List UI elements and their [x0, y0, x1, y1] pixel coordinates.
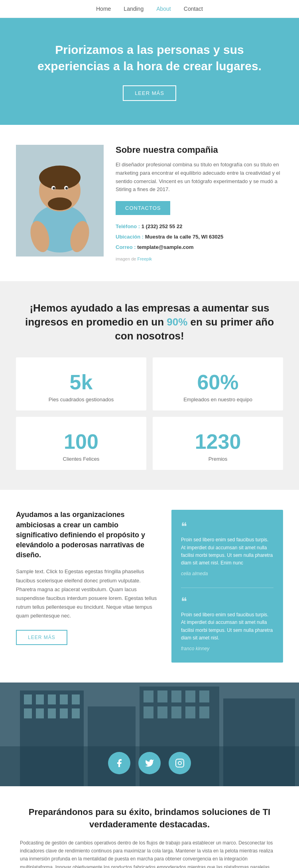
phone-line: Teléfono : 1 (232) 252 55 22	[116, 221, 283, 232]
contact-info: Teléfono : 1 (232) 252 55 22 Ubicación :…	[116, 221, 283, 253]
stat-card-2: 100 Clientes Felices	[16, 417, 146, 470]
stat-number-1: 60%	[161, 372, 275, 393]
stats-headline: ¡Hemos ayudado a las empresas a aumentar…	[16, 301, 283, 343]
testimonial-divider	[181, 588, 273, 588]
facebook-icon[interactable]	[108, 752, 130, 774]
svg-rect-33	[157, 706, 167, 718]
stat-card-3: 1230 Premios	[153, 417, 283, 470]
stats-highlight: 90%	[167, 316, 187, 328]
svg-rect-22	[24, 708, 32, 718]
svg-point-39	[178, 761, 181, 765]
email-line: Correo : template@sample.com	[116, 242, 283, 253]
stat-card-0: 5k Pies cuadrados gestionados	[16, 357, 146, 410]
freepik-link[interactable]: Freepik	[137, 256, 152, 261]
testimonial-author-0: celia almeda	[181, 571, 273, 576]
svg-rect-29	[171, 690, 181, 702]
location-value: Muestra de la calle 75, WI 63025	[145, 234, 224, 240]
stat-label-3: Premios	[161, 456, 275, 462]
svg-rect-23	[36, 708, 44, 718]
location-line: Ubicación : Muestra de la calle 75, WI 6…	[116, 232, 283, 242]
hero-section: Priorizamos a las personas y sus experie…	[0, 18, 299, 125]
email-label: Correo :	[116, 244, 136, 250]
stat-label-0: Pies cuadrados gestionados	[24, 397, 138, 402]
about-section: Sobre nuestra compañia El diseñador prof…	[0, 125, 299, 281]
testimonials-right: ❝ Proin sed libero enim sed faucibus tur…	[171, 510, 283, 663]
svg-point-8	[65, 187, 68, 189]
quote-icon-1: ❝	[181, 596, 273, 607]
stat-number-3: 1230	[161, 431, 275, 452]
svg-rect-31	[199, 690, 209, 702]
svg-rect-30	[185, 690, 195, 702]
testimonial-author-1: franco kinney	[181, 646, 273, 651]
svg-rect-32	[144, 706, 153, 718]
stat-label-1: Empleados en nuestro equipo	[161, 397, 275, 402]
nav-home[interactable]: Home	[96, 6, 111, 12]
svg-rect-24	[48, 708, 56, 718]
testimonials-section: Ayudamos a las organizaciones ambiciosas…	[0, 490, 299, 683]
svg-rect-17	[24, 694, 32, 704]
svg-point-3	[39, 166, 81, 189]
hero-button[interactable]: LEER MÁS	[123, 85, 176, 101]
quote-icon-0: ❝	[181, 521, 273, 532]
testimonial-card-1: ❝ Proin sed libero enim sed faucibus tur…	[181, 596, 273, 651]
testimonials-heading: Ayudamos a las organizaciones ambiciosas…	[16, 510, 159, 560]
testimonials-body: Sample text. Click to Egestas egestas fr…	[16, 567, 159, 620]
about-heading: Sobre nuestra compañia	[116, 145, 283, 155]
about-image	[16, 145, 104, 256]
leer-mas-button[interactable]: LEER MÁS	[16, 630, 67, 645]
svg-rect-20	[60, 694, 68, 704]
stats-grid: 5k Pies cuadrados gestionados 60% Emplea…	[16, 357, 283, 470]
hero-title: Priorizamos a las personas y sus experie…	[32, 42, 267, 74]
svg-rect-28	[157, 690, 167, 702]
testimonial-quote-0: Proin sed libero enim sed faucibus turpi…	[181, 536, 273, 567]
svg-rect-21	[72, 694, 80, 704]
svg-rect-18	[36, 694, 44, 704]
bottom-body: Podcasting de gestión de cambios operati…	[20, 839, 279, 868]
about-description: El diseñador profesional combina su títu…	[116, 161, 283, 194]
stat-label-2: Clientes Felices	[24, 456, 138, 462]
svg-rect-34	[171, 706, 181, 718]
svg-rect-25	[60, 708, 68, 718]
svg-rect-19	[48, 694, 56, 704]
stat-card-1: 60% Empleados en nuestro equipo	[153, 357, 283, 410]
bottom-heading: Preparándonos para su éxito, brindamos s…	[20, 806, 279, 831]
nav-about[interactable]: About	[156, 6, 171, 12]
image-credit: imagen de Freepik	[116, 256, 283, 261]
email-value: template@sample.com	[137, 244, 193, 250]
contactos-button[interactable]: CONTACTOS	[116, 201, 170, 215]
stat-number-2: 100	[24, 431, 138, 452]
location-label: Ubicación :	[116, 234, 144, 240]
about-content: Sobre nuestra compañia El diseñador prof…	[116, 145, 283, 261]
social-icons	[108, 752, 191, 774]
testimonial-card-0: ❝ Proin sed libero enim sed faucibus tur…	[181, 521, 273, 576]
bottom-section: Preparándonos para su éxito, brindamos s…	[0, 786, 299, 868]
phone-label: Teléfono :	[116, 223, 140, 229]
svg-rect-35	[185, 706, 195, 718]
nav-contact[interactable]: Contact	[184, 6, 203, 12]
phone-value: 1 (232) 252 55 22	[142, 223, 183, 229]
stat-number-0: 5k	[24, 372, 138, 393]
svg-rect-36	[199, 706, 209, 718]
building-section	[0, 683, 299, 786]
nav-landing[interactable]: Landing	[124, 6, 144, 12]
svg-rect-26	[72, 708, 80, 718]
svg-rect-38	[176, 759, 184, 767]
instagram-icon[interactable]	[169, 752, 191, 774]
testimonial-quote-1: Proin sed libero enim sed faucibus turpi…	[181, 611, 273, 642]
testimonials-left: Ayudamos a las organizaciones ambiciosas…	[16, 510, 159, 645]
stats-section: ¡Hemos ayudado a las empresas a aumentar…	[0, 281, 299, 490]
twitter-icon[interactable]	[138, 752, 161, 774]
svg-point-7	[53, 187, 55, 189]
svg-point-4	[48, 197, 72, 210]
svg-rect-27	[144, 690, 153, 702]
navigation: Home Landing About Contact	[0, 0, 299, 18]
svg-point-40	[182, 760, 183, 761]
